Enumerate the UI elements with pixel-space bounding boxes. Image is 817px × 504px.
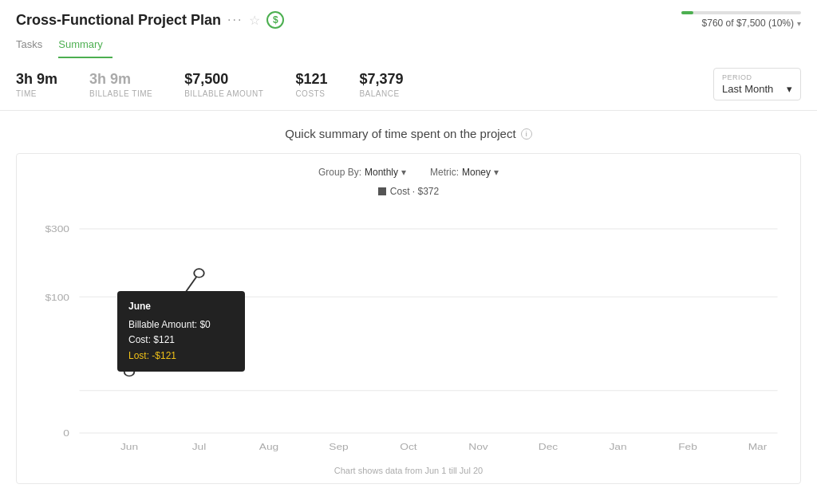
metric-control[interactable]: Metric: Money ▾ xyxy=(430,167,499,178)
stat-time-label: TIME xyxy=(16,89,57,98)
metric-chevron-icon: ▾ xyxy=(494,167,499,178)
more-options-icon[interactable]: ··· xyxy=(227,13,243,27)
svg-text:Dec: Dec xyxy=(539,441,558,452)
stat-balance-label: BALANCE xyxy=(359,89,403,98)
stat-time-value: 3h 9m xyxy=(16,71,57,88)
group-by-label: Group By: xyxy=(318,167,361,178)
legend-cost-label: Cost · $372 xyxy=(390,186,439,197)
svg-point-18 xyxy=(124,368,135,376)
svg-text:Feb: Feb xyxy=(678,441,697,452)
stat-billable-time: 3h 9m BILLABLE TIME xyxy=(89,71,152,98)
stat-billable-amount-label: BILLABLE AMOUNT xyxy=(184,89,263,98)
svg-text:0: 0 xyxy=(63,427,69,439)
period-value: Last Month ▾ xyxy=(722,83,792,95)
chart-controls: Group By: Monthly ▾ Metric: Money ▾ xyxy=(30,167,787,178)
project-title-row: Cross-Functional Project Plan ··· ☆ $ xyxy=(16,11,284,29)
chevron-down-icon: ▾ xyxy=(797,19,801,28)
info-icon[interactable]: i xyxy=(521,128,532,140)
header: Cross-Functional Project Plan ··· ☆ $ Ta… xyxy=(0,0,817,58)
svg-text:Sep: Sep xyxy=(329,441,348,452)
chart-legend: Cost · $372 xyxy=(30,186,787,197)
budget-text[interactable]: $760 of $7,500 (10%) ▾ xyxy=(702,18,801,29)
tab-tasks[interactable]: Tasks xyxy=(16,33,52,58)
chart-svg-wrapper: $300 $100 0 Jun Jul Aug Sep Oct Nov Dec … xyxy=(30,203,787,461)
stat-time: 3h 9m TIME xyxy=(16,71,57,98)
svg-text:$300: $300 xyxy=(45,223,69,234)
stat-billable-time-value: 3h 9m xyxy=(89,71,152,88)
chart-title-text: Quick summary of time spent on the proje… xyxy=(285,127,515,140)
chart-svg: $300 $100 0 Jun Jul Aug Sep Oct Nov Dec … xyxy=(30,203,787,459)
budget-bar-fill xyxy=(681,11,693,14)
stat-billable-time-label: BILLABLE TIME xyxy=(89,89,152,98)
svg-point-19 xyxy=(194,269,204,278)
budget-progress: $760 of $7,500 (10%) ▾ xyxy=(681,11,801,29)
budget-amount: $760 of $7,500 (10%) xyxy=(702,18,794,29)
legend-cost: Cost · $372 xyxy=(378,186,439,197)
budget-icon[interactable]: $ xyxy=(266,11,284,29)
svg-text:Oct: Oct xyxy=(400,441,417,452)
stat-billable-amount: $7,500 BILLABLE AMOUNT xyxy=(184,71,263,98)
svg-text:$100: $100 xyxy=(45,292,69,303)
tabs: Tasks Summary xyxy=(16,33,284,58)
metric-label: Metric: xyxy=(430,167,459,178)
header-left: Cross-Functional Project Plan ··· ☆ $ Ta… xyxy=(16,11,284,58)
stat-costs-label: COSTS xyxy=(295,89,327,98)
star-icon[interactable]: ☆ xyxy=(249,13,260,28)
group-by-control[interactable]: Group By: Monthly ▾ xyxy=(318,167,406,178)
stat-billable-amount-value: $7,500 xyxy=(184,71,263,88)
period-chevron-icon: ▾ xyxy=(787,83,792,95)
stat-balance-value: $7,379 xyxy=(359,71,403,88)
stat-balance: $7,379 BALANCE xyxy=(359,71,403,98)
metric-value: Money xyxy=(462,167,491,178)
group-by-chevron-icon: ▾ xyxy=(401,167,406,178)
period-selector[interactable]: PERIOD Last Month ▾ xyxy=(713,68,801,100)
period-label: PERIOD xyxy=(722,73,792,81)
svg-text:Aug: Aug xyxy=(259,441,278,452)
legend-cost-box xyxy=(378,187,386,195)
stats-bar: 3h 9m TIME 3h 9m BILLABLE TIME $7,500 BI… xyxy=(0,58,817,111)
svg-line-17 xyxy=(129,273,199,372)
svg-text:Nov: Nov xyxy=(468,441,488,452)
stat-costs-value: $121 xyxy=(295,71,327,88)
period-value-text: Last Month xyxy=(722,83,773,95)
stat-costs: $121 COSTS xyxy=(295,71,327,98)
group-by-value: Monthly xyxy=(365,167,398,178)
chart-footer: Chart shows data from Jun 1 till Jul 20 xyxy=(30,466,787,475)
chart-container: Group By: Monthly ▾ Metric: Money ▾ Cost… xyxy=(16,153,801,484)
chart-title: Quick summary of time spent on the proje… xyxy=(16,127,801,140)
svg-text:Jan: Jan xyxy=(609,441,626,452)
chart-section: Quick summary of time spent on the proje… xyxy=(0,111,817,492)
svg-text:Jun: Jun xyxy=(120,441,138,452)
project-title: Cross-Functional Project Plan xyxy=(16,12,221,29)
svg-text:Mar: Mar xyxy=(748,441,768,452)
tab-summary[interactable]: Summary xyxy=(58,33,112,58)
budget-bar-container xyxy=(681,11,801,14)
svg-text:Jul: Jul xyxy=(192,441,207,452)
